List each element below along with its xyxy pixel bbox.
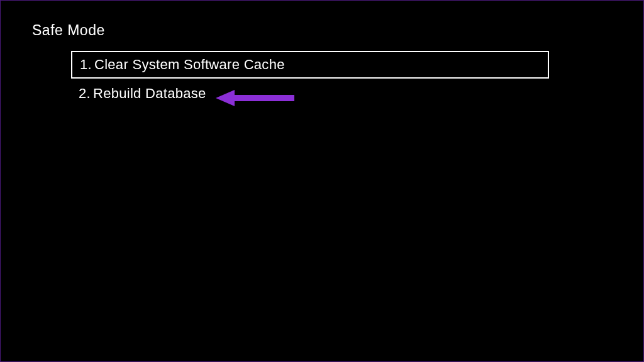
menu-item-clear-cache[interactable]: 1.Clear System Software Cache	[71, 51, 549, 79]
menu-item-label: Clear System Software Cache	[94, 57, 285, 72]
menu-item-rebuild-database[interactable]: 2.Rebuild Database	[71, 81, 549, 106]
menu-item-label: Rebuild Database	[93, 85, 206, 101]
safe-mode-menu: 1.Clear System Software Cache 2.Rebuild …	[71, 51, 549, 109]
menu-item-number: 2.	[79, 85, 91, 102]
menu-item-number: 1.	[80, 57, 92, 73]
page-title: Safe Mode	[32, 22, 105, 39]
